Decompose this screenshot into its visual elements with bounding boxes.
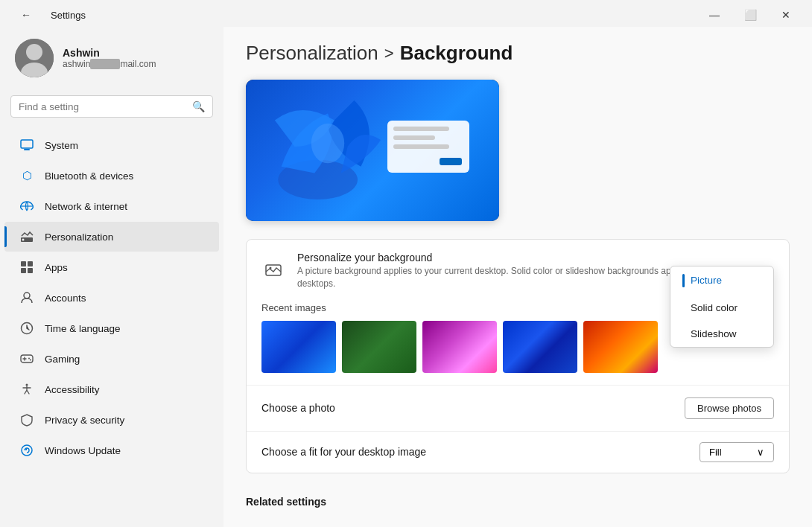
sidebar-item-system[interactable]: System	[4, 130, 219, 160]
avatar-image	[15, 39, 54, 77]
user-section: Ashwin ashwinXXXXXmail.com	[0, 27, 223, 92]
preview-card-line-2	[393, 135, 435, 140]
search-box[interactable]: 🔍	[10, 95, 213, 118]
sidebar-item-label-privacy: Privacy & security	[45, 415, 124, 426]
titlebar: ← Settings — ⬜ ✕	[0, 0, 812, 27]
svg-rect-4	[24, 149, 30, 150]
recent-image-2[interactable]	[342, 321, 416, 373]
back-button[interactable]: ←	[9, 4, 43, 25]
time-icon	[19, 321, 34, 336]
desktop-preview	[246, 80, 499, 221]
fit-value: Fill	[709, 447, 722, 458]
personalize-row: Personalize your background A picture ba…	[247, 240, 789, 302]
sidebar-item-gaming[interactable]: Gaming	[4, 344, 219, 374]
system-icon	[19, 138, 34, 153]
personalize-title: Personalize your background	[297, 252, 755, 264]
background-type-control: Picture Solid color Slideshow ∧	[767, 266, 774, 276]
fit-dropdown[interactable]: Fill ∨	[700, 442, 774, 462]
user-email: ashwinXXXXXmail.com	[63, 59, 156, 69]
sidebar-item-time[interactable]: Time & language	[4, 313, 219, 343]
sidebar-item-label-personalization: Personalization	[45, 231, 113, 243]
selected-indicator	[682, 274, 685, 287]
svg-point-21	[270, 266, 272, 269]
avatar-svg	[15, 39, 54, 77]
breadcrumb: Personalization > Background	[246, 42, 790, 65]
dropdown-item-slideshow[interactable]: Slideshow	[670, 321, 773, 347]
sidebar-item-label-accessibility: Accessibility	[45, 384, 100, 395]
titlebar-left: ← Settings	[9, 4, 86, 25]
apps-icon	[19, 260, 34, 275]
sidebar-item-update[interactable]: Windows Update	[4, 435, 219, 465]
related-settings-title: Related settings	[246, 488, 790, 508]
network-icon	[19, 199, 34, 214]
sidebar-item-label-gaming: Gaming	[45, 354, 80, 365]
svg-rect-7	[21, 261, 26, 266]
svg-point-1	[26, 44, 42, 60]
dropdown-item-solid[interactable]: Solid color	[670, 295, 773, 321]
user-name: Ashwin	[63, 47, 156, 59]
bluetooth-icon: ⬡	[19, 168, 34, 183]
sidebar-item-label-system: System	[45, 140, 78, 151]
sidebar-item-label-network: Network & internet	[45, 201, 127, 212]
preview-card-button	[440, 158, 462, 165]
sidebar: Ashwin ashwinXXXXXmail.com 🔍 System ⬡ Bl…	[0, 27, 223, 527]
window-controls: — ⬜ ✕	[697, 4, 803, 25]
titlebar-title: Settings	[51, 10, 86, 21]
breadcrumb-parent[interactable]: Personalization	[246, 42, 378, 65]
sidebar-item-privacy[interactable]: Privacy & security	[4, 405, 219, 435]
restore-button[interactable]: ⬜	[733, 4, 767, 25]
accounts-icon	[19, 290, 34, 305]
recent-image-5[interactable]	[583, 321, 658, 373]
background-icon	[261, 259, 285, 283]
recent-image-3[interactable]	[422, 321, 497, 373]
sidebar-item-accessibility[interactable]: Accessibility	[4, 374, 219, 404]
svg-point-14	[28, 358, 30, 360]
close-button[interactable]: ✕	[769, 4, 803, 25]
fit-chevron-icon: ∨	[757, 447, 764, 458]
breadcrumb-current: Background	[400, 42, 513, 65]
sidebar-item-network[interactable]: Network & internet	[4, 191, 219, 221]
svg-rect-3	[21, 140, 33, 148]
sidebar-item-personalization[interactable]: Personalization	[4, 222, 219, 252]
sidebar-item-label-accounts: Accounts	[45, 293, 86, 304]
sidebar-item-label-apps: Apps	[45, 262, 68, 273]
gaming-icon	[19, 351, 34, 366]
svg-rect-10	[28, 268, 33, 273]
app-body: Ashwin ashwinXXXXXmail.com 🔍 System ⬡ Bl…	[0, 27, 812, 527]
background-type-dropdown[interactable]: Picture Solid color Slideshow	[670, 266, 774, 348]
sidebar-item-bluetooth[interactable]: ⬡ Bluetooth & devices	[4, 161, 219, 191]
choose-photo-label: Choose a photo	[261, 402, 335, 414]
sidebar-item-apps[interactable]: Apps	[4, 252, 219, 282]
browse-photos-button[interactable]: Browse photos	[685, 397, 774, 419]
privacy-icon	[19, 412, 34, 427]
choose-photo-row: Choose a photo Browse photos	[247, 385, 789, 431]
recent-image-1[interactable]	[261, 321, 336, 373]
preview-card-line-3	[393, 144, 449, 149]
sidebar-item-accounts[interactable]: Accounts	[4, 283, 219, 313]
sidebar-item-label-time: Time & language	[45, 323, 121, 334]
svg-point-15	[30, 360, 31, 361]
svg-rect-8	[28, 261, 33, 266]
personalization-icon	[19, 229, 34, 244]
avatar	[15, 39, 54, 77]
nav-list: System ⬡ Bluetooth & devices Network & i…	[0, 130, 223, 466]
choose-fit-label: Choose a fit for your desktop image	[261, 446, 426, 458]
svg-point-16	[26, 384, 28, 386]
user-info: Ashwin ashwinXXXXXmail.com	[63, 47, 156, 69]
preview-card-line-1	[393, 127, 449, 131]
accessibility-icon	[19, 382, 34, 397]
preview-notification-card	[387, 121, 469, 173]
choose-fit-row: Choose a fit for your desktop image Fill…	[247, 431, 789, 473]
main-content: Personalization > Background	[223, 27, 812, 527]
sidebar-item-label-update: Windows Update	[45, 445, 121, 456]
personalize-background-card: Personalize your background A picture ba…	[246, 239, 790, 473]
minimize-button[interactable]: —	[697, 4, 732, 25]
dropdown-item-picture[interactable]: Picture	[670, 266, 773, 295]
update-icon	[19, 443, 34, 458]
svg-point-11	[24, 293, 30, 298]
recent-image-4[interactable]	[503, 321, 577, 373]
svg-point-6	[22, 239, 25, 241]
search-icon: 🔍	[192, 100, 205, 112]
search-input[interactable]	[19, 101, 186, 112]
windows-flower-graphic	[261, 87, 395, 206]
